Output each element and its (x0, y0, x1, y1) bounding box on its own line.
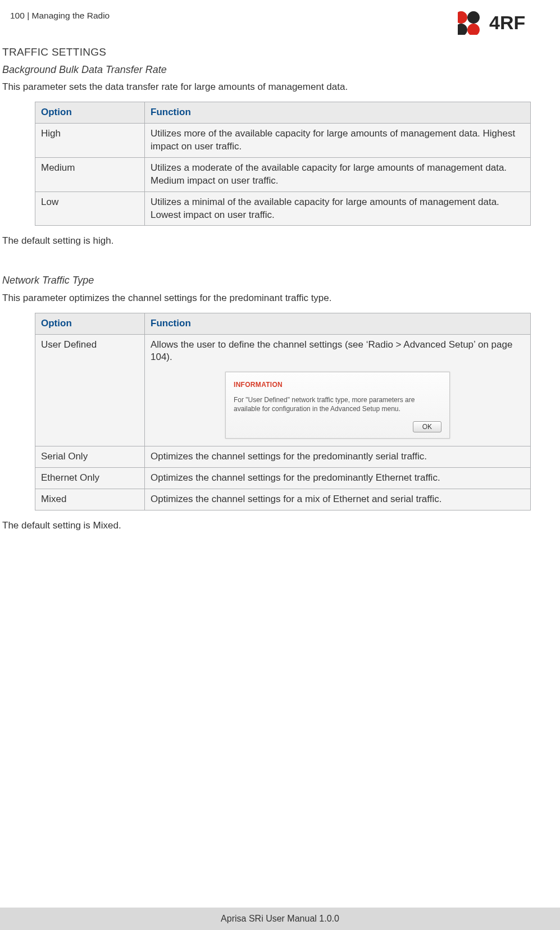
info-dialog-ok-button[interactable]: OK (413, 421, 441, 432)
col-header-function: Function (145, 313, 531, 334)
table-row: High Utilizes more of the available capa… (35, 123, 531, 157)
cell-option: Low (35, 192, 145, 226)
col-header-function: Function (145, 102, 531, 123)
default-note-network-traffic-type: The default setting is Mixed. (2, 519, 541, 532)
cell-option: Mixed (35, 489, 145, 510)
footer-bar: Aprisa SRi User Manual 1.0.0 (0, 908, 560, 930)
col-header-option: Option (35, 102, 145, 123)
cell-function: Optimizes the channel settings for the p… (145, 446, 531, 467)
table-bulk-rate: Option Function High Utilizes more of th… (35, 102, 531, 226)
info-dialog-body: For "User Defined" network traffic type,… (234, 395, 441, 413)
page-header-label: 100 | Managing the Radio (2, 8, 110, 22)
cell-option: High (35, 123, 145, 157)
cell-option: Ethernet Only (35, 467, 145, 489)
cell-function: Utilizes more of the available capacity … (145, 123, 531, 157)
cell-option: Serial Only (35, 446, 145, 467)
brand-logo: 4RF (458, 8, 542, 35)
table-row: Serial Only Optimizes the channel settin… (35, 446, 531, 467)
info-dialog-title: INFORMATION (234, 380, 441, 389)
table-network-traffic-type: Option Function User Defined Allows the … (35, 313, 531, 510)
cell-option: Medium (35, 157, 145, 192)
param-desc-network-traffic-type: This parameter optimizes the channel set… (2, 292, 541, 305)
table-row: Ethernet Only Optimizes the channel sett… (35, 467, 531, 489)
default-note-bulk-rate: The default setting is high. (2, 235, 541, 248)
cell-function: Optimizes the channel settings for a mix… (145, 489, 531, 510)
footer-text: Aprisa SRi User Manual 1.0.0 (221, 913, 339, 925)
cell-option: User Defined (35, 334, 145, 446)
cell-function: Utilizes a moderate of the available cap… (145, 157, 531, 192)
param-title-network-traffic-type: Network Traffic Type (2, 273, 541, 287)
cell-function: Optimizes the channel settings for the p… (145, 467, 531, 489)
table-row: User Defined Allows the user to define t… (35, 334, 531, 446)
table-row: Medium Utilizes a moderate of the availa… (35, 157, 531, 192)
col-header-option: Option (35, 313, 145, 334)
table-row: Low Utilizes a minimal of the available … (35, 192, 531, 226)
cell-function-text: Allows the user to define the channel se… (151, 339, 512, 363)
section-title-traffic-settings: TRAFFIC SETTINGS (2, 45, 541, 60)
table-row: Mixed Optimizes the channel settings for… (35, 489, 531, 510)
cell-function: Allows the user to define the channel se… (145, 334, 531, 446)
brand-text: 4RF (489, 12, 525, 33)
param-title-bulk-rate: Background Bulk Data Transfer Rate (2, 63, 541, 76)
cell-function: Utilizes a minimal of the available capa… (145, 192, 531, 226)
param-desc-bulk-rate: This parameter sets the data transfer ra… (2, 81, 541, 94)
info-dialog: INFORMATION For "User Defined" network t… (225, 372, 450, 439)
